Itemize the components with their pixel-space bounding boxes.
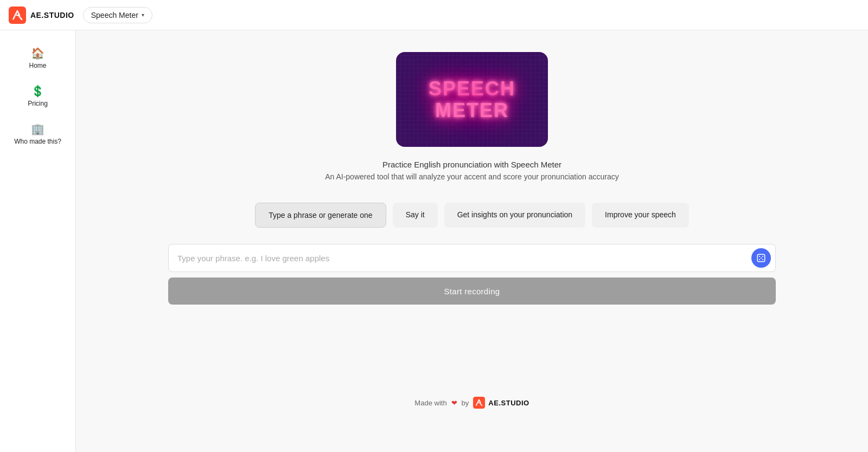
step-1-pill[interactable]: Type a phrase or generate one (255, 203, 386, 228)
neon-title: SPEECH METER (429, 78, 515, 121)
steps-row: Type a phrase or generate one Say it Get… (168, 203, 776, 228)
generate-phrase-button[interactable] (751, 248, 771, 268)
footer-made-with: Made with (414, 399, 446, 407)
svg-point-4 (761, 257, 762, 259)
top-nav: AE.STUDIO Speech Meter ▾ (0, 0, 868, 30)
footer-logo-text: AE.STUDIO (488, 399, 529, 407)
footer-logo: AE.STUDIO (473, 397, 529, 409)
sidebar: 🏠 Home 💲 Pricing 🏢 Who made this? (0, 30, 76, 452)
sidebar-item-home-label: Home (29, 62, 46, 69)
logo-text: AE.STUDIO (30, 11, 74, 20)
dice-icon (756, 253, 766, 263)
building-icon: 🏢 (31, 122, 44, 135)
svg-point-3 (762, 256, 763, 257)
app-switcher-button[interactable]: Speech Meter ▾ (83, 7, 152, 23)
svg-point-2 (759, 256, 760, 257)
logo-area: AE.STUDIO (9, 7, 74, 24)
chevron-down-icon: ▾ (142, 12, 144, 18)
footer-by: by (462, 399, 469, 407)
step-2-pill[interactable]: Say it (393, 203, 438, 228)
sidebar-item-who-made-this-label: Who made this? (14, 138, 61, 145)
pricing-icon: 💲 (31, 85, 44, 98)
footer-ae-studio-icon (473, 397, 485, 409)
phrase-input-wrapper (168, 244, 776, 272)
phrase-input[interactable] (177, 254, 751, 263)
heart-icon: ❤ (451, 399, 457, 407)
hero-subtitle-2: An AI-powered tool that will analyze you… (325, 172, 619, 181)
start-recording-button[interactable]: Start recording (168, 277, 776, 305)
home-icon: 🏠 (31, 47, 44, 60)
ae-studio-logo-icon (9, 7, 26, 24)
main-content: SPEECH METER Practice English pronunciat… (76, 30, 868, 452)
svg-point-5 (759, 259, 760, 260)
app-switcher-label: Speech Meter (91, 11, 138, 20)
sidebar-item-who-made-this[interactable]: 🏢 Who made this? (0, 117, 75, 151)
sidebar-item-pricing[interactable]: 💲 Pricing (0, 79, 75, 113)
sidebar-item-pricing-label: Pricing (28, 100, 48, 107)
footer: Made with ❤ by AE.STUDIO (404, 386, 540, 419)
sidebar-item-home[interactable]: 🏠 Home (0, 41, 75, 75)
svg-point-6 (762, 259, 763, 260)
hero-image: SPEECH METER (396, 52, 548, 147)
step-3-pill[interactable]: Get insights on your pronunciation (444, 203, 585, 228)
hero-subtitle-1: Practice English pronunciation with Spee… (382, 160, 561, 169)
input-area: Start recording (168, 244, 776, 305)
step-4-pill[interactable]: Improve your speech (592, 203, 689, 228)
